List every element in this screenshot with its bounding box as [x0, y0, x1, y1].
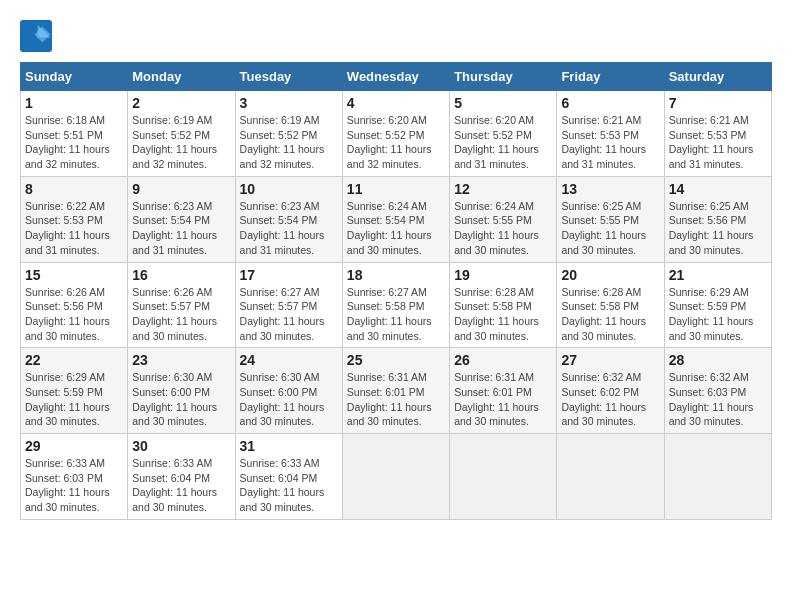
calendar-cell: 8Sunrise: 6:22 AMSunset: 5:53 PMDaylight… [21, 176, 128, 262]
calendar-cell: 24Sunrise: 6:30 AMSunset: 6:00 PMDayligh… [235, 348, 342, 434]
day-number: 6 [561, 95, 659, 111]
day-number: 8 [25, 181, 123, 197]
day-detail: Sunrise: 6:33 AMSunset: 6:03 PMDaylight:… [25, 456, 123, 515]
day-of-week-row: SundayMondayTuesdayWednesdayThursdayFrid… [21, 63, 772, 91]
day-detail: Sunrise: 6:21 AMSunset: 5:53 PMDaylight:… [669, 113, 767, 172]
calendar-cell: 30Sunrise: 6:33 AMSunset: 6:04 PMDayligh… [128, 434, 235, 520]
day-detail: Sunrise: 6:27 AMSunset: 5:58 PMDaylight:… [347, 285, 445, 344]
day-detail: Sunrise: 6:20 AMSunset: 5:52 PMDaylight:… [347, 113, 445, 172]
day-detail: Sunrise: 6:33 AMSunset: 6:04 PMDaylight:… [240, 456, 338, 515]
day-number: 18 [347, 267, 445, 283]
calendar-cell: 13Sunrise: 6:25 AMSunset: 5:55 PMDayligh… [557, 176, 664, 262]
day-number: 26 [454, 352, 552, 368]
calendar-cell: 19Sunrise: 6:28 AMSunset: 5:58 PMDayligh… [450, 262, 557, 348]
day-detail: Sunrise: 6:32 AMSunset: 6:03 PMDaylight:… [669, 370, 767, 429]
day-number: 10 [240, 181, 338, 197]
day-number: 17 [240, 267, 338, 283]
day-detail: Sunrise: 6:31 AMSunset: 6:01 PMDaylight:… [454, 370, 552, 429]
day-number: 1 [25, 95, 123, 111]
day-detail: Sunrise: 6:27 AMSunset: 5:57 PMDaylight:… [240, 285, 338, 344]
calendar-body: 1Sunrise: 6:18 AMSunset: 5:51 PMDaylight… [21, 91, 772, 520]
calendar-cell: 23Sunrise: 6:30 AMSunset: 6:00 PMDayligh… [128, 348, 235, 434]
day-detail: Sunrise: 6:25 AMSunset: 5:56 PMDaylight:… [669, 199, 767, 258]
calendar-cell: 20Sunrise: 6:28 AMSunset: 5:58 PMDayligh… [557, 262, 664, 348]
day-detail: Sunrise: 6:30 AMSunset: 6:00 PMDaylight:… [240, 370, 338, 429]
logo [20, 20, 56, 52]
day-number: 29 [25, 438, 123, 454]
calendar-cell: 25Sunrise: 6:31 AMSunset: 6:01 PMDayligh… [342, 348, 449, 434]
day-number: 23 [132, 352, 230, 368]
calendar-cell: 17Sunrise: 6:27 AMSunset: 5:57 PMDayligh… [235, 262, 342, 348]
calendar-cell: 10Sunrise: 6:23 AMSunset: 5:54 PMDayligh… [235, 176, 342, 262]
calendar-cell [664, 434, 771, 520]
day-number: 14 [669, 181, 767, 197]
day-detail: Sunrise: 6:29 AMSunset: 5:59 PMDaylight:… [25, 370, 123, 429]
calendar-cell: 26Sunrise: 6:31 AMSunset: 6:01 PMDayligh… [450, 348, 557, 434]
calendar-cell [557, 434, 664, 520]
day-detail: Sunrise: 6:29 AMSunset: 5:59 PMDaylight:… [669, 285, 767, 344]
day-detail: Sunrise: 6:19 AMSunset: 5:52 PMDaylight:… [240, 113, 338, 172]
calendar-week-row: 29Sunrise: 6:33 AMSunset: 6:03 PMDayligh… [21, 434, 772, 520]
day-detail: Sunrise: 6:24 AMSunset: 5:54 PMDaylight:… [347, 199, 445, 258]
day-detail: Sunrise: 6:21 AMSunset: 5:53 PMDaylight:… [561, 113, 659, 172]
day-detail: Sunrise: 6:33 AMSunset: 6:04 PMDaylight:… [132, 456, 230, 515]
logo-icon [20, 20, 52, 52]
day-number: 15 [25, 267, 123, 283]
day-number: 9 [132, 181, 230, 197]
calendar-cell: 21Sunrise: 6:29 AMSunset: 5:59 PMDayligh… [664, 262, 771, 348]
day-number: 19 [454, 267, 552, 283]
calendar-cell [342, 434, 449, 520]
calendar-table: SundayMondayTuesdayWednesdayThursdayFrid… [20, 62, 772, 520]
calendar-cell: 5Sunrise: 6:20 AMSunset: 5:52 PMDaylight… [450, 91, 557, 177]
dow-header: Friday [557, 63, 664, 91]
day-number: 25 [347, 352, 445, 368]
day-number: 21 [669, 267, 767, 283]
day-detail: Sunrise: 6:32 AMSunset: 6:02 PMDaylight:… [561, 370, 659, 429]
calendar-cell [450, 434, 557, 520]
day-number: 27 [561, 352, 659, 368]
calendar-cell: 18Sunrise: 6:27 AMSunset: 5:58 PMDayligh… [342, 262, 449, 348]
calendar-cell: 12Sunrise: 6:24 AMSunset: 5:55 PMDayligh… [450, 176, 557, 262]
calendar-cell: 14Sunrise: 6:25 AMSunset: 5:56 PMDayligh… [664, 176, 771, 262]
calendar-week-row: 8Sunrise: 6:22 AMSunset: 5:53 PMDaylight… [21, 176, 772, 262]
calendar-cell: 7Sunrise: 6:21 AMSunset: 5:53 PMDaylight… [664, 91, 771, 177]
calendar-cell: 4Sunrise: 6:20 AMSunset: 5:52 PMDaylight… [342, 91, 449, 177]
day-number: 24 [240, 352, 338, 368]
calendar-cell: 27Sunrise: 6:32 AMSunset: 6:02 PMDayligh… [557, 348, 664, 434]
day-detail: Sunrise: 6:18 AMSunset: 5:51 PMDaylight:… [25, 113, 123, 172]
calendar-cell: 29Sunrise: 6:33 AMSunset: 6:03 PMDayligh… [21, 434, 128, 520]
calendar-cell: 15Sunrise: 6:26 AMSunset: 5:56 PMDayligh… [21, 262, 128, 348]
day-detail: Sunrise: 6:20 AMSunset: 5:52 PMDaylight:… [454, 113, 552, 172]
day-number: 12 [454, 181, 552, 197]
calendar-cell: 6Sunrise: 6:21 AMSunset: 5:53 PMDaylight… [557, 91, 664, 177]
day-detail: Sunrise: 6:25 AMSunset: 5:55 PMDaylight:… [561, 199, 659, 258]
day-number: 22 [25, 352, 123, 368]
day-detail: Sunrise: 6:26 AMSunset: 5:56 PMDaylight:… [25, 285, 123, 344]
calendar-cell: 16Sunrise: 6:26 AMSunset: 5:57 PMDayligh… [128, 262, 235, 348]
calendar-cell: 9Sunrise: 6:23 AMSunset: 5:54 PMDaylight… [128, 176, 235, 262]
dow-header: Tuesday [235, 63, 342, 91]
dow-header: Sunday [21, 63, 128, 91]
day-number: 20 [561, 267, 659, 283]
calendar-cell: 2Sunrise: 6:19 AMSunset: 5:52 PMDaylight… [128, 91, 235, 177]
calendar-cell: 28Sunrise: 6:32 AMSunset: 6:03 PMDayligh… [664, 348, 771, 434]
calendar-cell: 22Sunrise: 6:29 AMSunset: 5:59 PMDayligh… [21, 348, 128, 434]
day-number: 7 [669, 95, 767, 111]
calendar-cell: 31Sunrise: 6:33 AMSunset: 6:04 PMDayligh… [235, 434, 342, 520]
calendar-week-row: 1Sunrise: 6:18 AMSunset: 5:51 PMDaylight… [21, 91, 772, 177]
day-number: 30 [132, 438, 230, 454]
dow-header: Monday [128, 63, 235, 91]
day-number: 11 [347, 181, 445, 197]
day-detail: Sunrise: 6:28 AMSunset: 5:58 PMDaylight:… [454, 285, 552, 344]
calendar-week-row: 22Sunrise: 6:29 AMSunset: 5:59 PMDayligh… [21, 348, 772, 434]
day-number: 16 [132, 267, 230, 283]
day-detail: Sunrise: 6:28 AMSunset: 5:58 PMDaylight:… [561, 285, 659, 344]
day-number: 28 [669, 352, 767, 368]
day-number: 2 [132, 95, 230, 111]
day-detail: Sunrise: 6:23 AMSunset: 5:54 PMDaylight:… [132, 199, 230, 258]
day-detail: Sunrise: 6:26 AMSunset: 5:57 PMDaylight:… [132, 285, 230, 344]
day-number: 5 [454, 95, 552, 111]
day-detail: Sunrise: 6:24 AMSunset: 5:55 PMDaylight:… [454, 199, 552, 258]
day-number: 3 [240, 95, 338, 111]
calendar-cell: 11Sunrise: 6:24 AMSunset: 5:54 PMDayligh… [342, 176, 449, 262]
